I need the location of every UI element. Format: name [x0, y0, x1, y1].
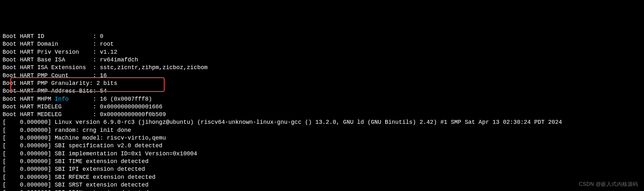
separator: : [89, 49, 100, 55]
dmesg-msg: Linux version 6.9.0-rc3 (jihongz@ubuntu)… [55, 119, 562, 125]
separator: : [89, 104, 100, 110]
dmesg-msg: SBI TIME extension detected [55, 158, 149, 165]
dmesg-msg: SBI implementation ID=0x1 Version=0x1000… [55, 150, 197, 157]
boot-line: Boot HART PMP Address Bits: 54 [3, 87, 641, 95]
separator: : [89, 111, 100, 118]
separator: : [89, 57, 100, 63]
boot-line: Boot HART PMP Granularity: 2 bits [3, 79, 641, 87]
boot-line: Boot HART MEDELEG : 0x00000000000f0b509 [3, 111, 641, 118]
boot-line: Boot HART MHPM Info : 16 (0x0007fff8) [3, 95, 641, 103]
dmesg-line: [ 0.000000] SBI RFENCE extension detecte… [3, 173, 641, 181]
separator: : [93, 88, 100, 94]
boot-label: Boot HART ISA Extensions [3, 64, 89, 71]
boot-line: Boot HART ID : 0 [3, 32, 641, 40]
separator: : [89, 64, 100, 71]
timestamp: [ 0.000000] [3, 158, 55, 165]
separator: : [89, 41, 100, 47]
boot-label: Boot HART MHPM [3, 96, 55, 102]
separator: : [89, 33, 100, 40]
boot-value: : 16 (0x0007fff8) [69, 96, 152, 102]
boot-value: root [100, 41, 114, 47]
boot-line: Boot HART MIDELEG : 0x0000000000001666 [3, 103, 641, 111]
separator: : [89, 72, 100, 79]
boot-line: Boot HART Base ISA : rv64imafdch [3, 56, 641, 64]
dmesg-line: [ 0.000000] Machine model: riscv-virtio,… [3, 134, 641, 142]
boot-label: Boot HART ID [3, 33, 89, 40]
dmesg-msg: random: crng init done [55, 127, 131, 133]
timestamp: [ 0.000000] [3, 174, 55, 180]
timestamp: [ 0.000000] [3, 142, 55, 149]
dmesg-line: [ 0.000000] SBI implementation ID=0x1 Ve… [3, 150, 641, 158]
boot-value: 0x0000000000001666 [100, 104, 162, 110]
boot-value: 0 [100, 33, 103, 40]
info-word: Info [55, 96, 69, 102]
boot-line: Boot HART Domain : root [3, 40, 641, 48]
boot-line: Boot HART Priv Version : v1.12 [3, 48, 641, 56]
dmesg-line: [ 0.000000] SBI IPI extension detected [3, 165, 641, 173]
boot-label: Boot HART PMP Address Bits [3, 88, 93, 94]
timestamp: [ 0.000000] [3, 135, 55, 141]
separator: : [89, 80, 97, 86]
boot-value: sstc,zicntr,zihpm,zicboz,zicbom [100, 64, 207, 71]
dmesg-line: [ 0.000000] random: crng init done [3, 126, 641, 134]
dmesg-line: [ 0.000000] Linux version 6.9.0-rc3 (jih… [3, 118, 641, 126]
boot-value: v1.12 [100, 49, 117, 55]
boot-label: Boot HART PMP Count [3, 72, 89, 79]
dmesg-line: [ 0.000000] SBI specification v2.0 detec… [3, 142, 641, 150]
boot-label: Boot HART Base ISA [3, 57, 89, 63]
terminal-output: Boot HART ID : 0Boot HART Domain : rootB… [3, 32, 641, 191]
boot-value: 54 [100, 88, 107, 94]
dmesg-msg: SBI specification v2.0 detected [55, 142, 162, 149]
timestamp: [ 0.000000] [3, 166, 55, 172]
boot-label: Boot HART MEDELEG [3, 111, 89, 118]
dmesg-msg: SBI RFENCE extension detected [55, 174, 155, 180]
boot-value: 2 bits [97, 80, 117, 86]
timestamp: [ 0.000000] [3, 150, 55, 157]
dmesg-msg: Machine model: riscv-virtio,qemu [55, 135, 166, 141]
dmesg-msg: SBI SRST extension detected [55, 182, 149, 188]
timestamp: [ 0.000000] [3, 119, 55, 125]
timestamp: [ 0.000000] [3, 182, 55, 188]
boot-label: Boot HART Domain [3, 41, 89, 47]
boot-line: Boot HART PMP Count : 16 [3, 72, 641, 79]
boot-value: 0x00000000000f0b509 [100, 111, 166, 118]
dmesg-msg: SBI DBCN extension detected [55, 189, 149, 191]
dmesg-line: [ 0.000000] SBI SRST extension detected [3, 181, 641, 189]
boot-label: Boot HART PMP Granularity [3, 80, 89, 86]
boot-value: rv64imafdch [100, 57, 138, 63]
timestamp: [ 0.000000] [3, 127, 55, 133]
dmesg-line: [ 0.000000] SBI DBCN extension detected [3, 189, 641, 191]
boot-line: Boot HART ISA Extensions : sstc,zicntr,z… [3, 64, 641, 71]
boot-label: Boot HART MIDELEG [3, 104, 89, 110]
timestamp: [ 0.000000] [3, 189, 55, 191]
boot-value: 16 [100, 72, 107, 79]
dmesg-msg: SBI IPI extension detected [55, 166, 145, 172]
dmesg-line: [ 0.000000] SBI TIME extension detected [3, 158, 641, 165]
boot-label: Boot HART Priv Version [3, 49, 89, 55]
